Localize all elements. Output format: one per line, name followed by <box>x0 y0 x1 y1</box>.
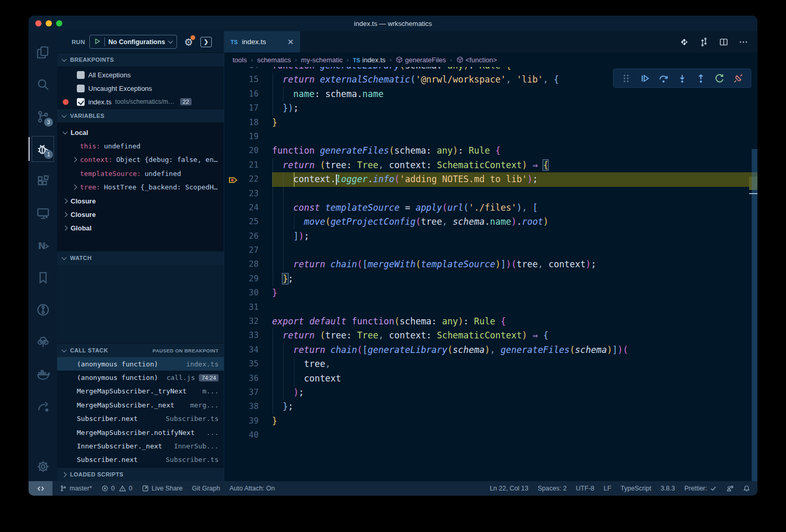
step-out-button[interactable] <box>693 71 709 86</box>
status-item-spaces-2[interactable]: Spaces: 2 <box>538 485 567 492</box>
code-line-20[interactable]: 20function generateFiles(schema: any): R… <box>224 144 757 158</box>
line-number[interactable]: 19 <box>224 130 272 144</box>
call-stack-header[interactable]: CALL STACK PAUSED ON BREAKPOINT <box>57 343 224 357</box>
variable-row[interactable]: this:undefined <box>57 139 224 153</box>
status-item-typescript[interactable]: TypeScript <box>620 485 651 492</box>
status-item-prettier[interactable]: Prettier: <box>684 485 717 492</box>
activity-item-testing[interactable] <box>29 326 57 358</box>
status-item-0[interactable]: 0 <box>101 485 115 492</box>
line-number[interactable]: 30 <box>224 286 272 300</box>
breadcrumb-item[interactable]: schematics <box>257 56 291 64</box>
code-line-36[interactable]: 36 context <box>224 372 757 386</box>
call-stack-frame[interactable]: MergeMapSubscriber._tryNextm... <box>57 385 224 398</box>
variables-header[interactable]: VARIABLES <box>57 108 224 122</box>
activity-item-run-debug[interactable]: 1 <box>29 133 57 165</box>
code-line-40[interactable]: 40 <box>224 428 757 442</box>
activity-item-bookmarks[interactable] <box>29 262 57 294</box>
call-stack-frame[interactable]: (anonymous function)index.ts <box>57 357 224 371</box>
variable-row[interactable]: templateSource:undefined <box>57 167 224 180</box>
line-number[interactable]: 39 <box>224 414 272 428</box>
code-line-37[interactable]: 37 ); <box>224 386 757 400</box>
scrollbar-thumb[interactable] <box>752 149 757 481</box>
call-stack-frame[interactable]: InnerSubscriber._nextInnerSub... <box>57 439 224 453</box>
compare-changes-icon[interactable] <box>699 37 709 47</box>
activity-item-live-share[interactable] <box>29 390 57 422</box>
line-number[interactable]: 25 <box>224 215 272 229</box>
status-item-ln-22-col-13[interactable]: Ln 22, Col 13 <box>490 485 528 492</box>
variable-row[interactable]: tree:HostTree {_backend: ScopedH… <box>57 181 224 194</box>
line-number[interactable]: 35 <box>224 357 272 371</box>
maximize-window-button[interactable] <box>56 20 62 26</box>
open-debug-console-icon[interactable]: ❯ <box>200 37 212 47</box>
close-window-button[interactable] <box>35 20 42 26</box>
code-line-25[interactable]: 25 move(getProjectConfig(tree, schema.na… <box>224 215 757 229</box>
activity-item-nx-console[interactable]: N <box>29 229 57 262</box>
line-number[interactable]: 16 <box>224 87 272 101</box>
code-line-24[interactable]: 24 const templateSource = apply(url('./f… <box>224 201 757 215</box>
step-over-button[interactable] <box>655 71 672 86</box>
status-item-git-graph[interactable]: Git Graph <box>192 485 220 492</box>
line-number[interactable]: 34 <box>224 343 272 357</box>
line-number[interactable]: 26 <box>224 229 272 243</box>
loaded-scripts-header[interactable]: LOADED SCRIPTS <box>57 467 224 481</box>
code-line-27[interactable]: 27 <box>224 243 757 257</box>
breakpoint-checkbox[interactable] <box>77 85 85 92</box>
close-tab-icon[interactable]: ✕ <box>287 37 294 47</box>
call-stack-frame[interactable]: MergeMapSubscriber._nextmerg... <box>57 398 224 412</box>
code-line-32[interactable]: 32export default function(schema: any): … <box>224 315 757 329</box>
line-number[interactable]: 38 <box>224 400 272 414</box>
line-number[interactable]: 15 <box>224 73 272 87</box>
line-number[interactable]: 22 <box>224 172 272 186</box>
breadcrumb-item[interactable]: my-schematic <box>301 56 343 64</box>
call-stack-frame[interactable]: Subscriber.nextSubscriber.ts <box>57 412 224 426</box>
code-line-19[interactable]: 19 <box>224 130 757 144</box>
line-number[interactable]: 23 <box>224 187 272 201</box>
code-line-33[interactable]: 33 return (tree: Tree, context: Schemati… <box>224 329 757 343</box>
breakpoint-row[interactable]: index.tstools/schematics/my-sch...22 <box>57 95 224 108</box>
variable-row[interactable]: context:Object {debug: false, en… <box>57 153 224 167</box>
activity-item-settings[interactable] <box>29 452 57 481</box>
line-number[interactable]: 29 <box>224 272 272 286</box>
call-stack-frame[interactable]: Subscriber.nextSubscriber.ts <box>57 453 224 467</box>
status-item-0[interactable]: 0 <box>119 485 132 492</box>
code-line-34[interactable]: 34 return chain([generateLibrary(schema)… <box>224 343 757 357</box>
activity-item-source-control[interactable]: 3 <box>29 101 57 133</box>
restart-button[interactable] <box>711 71 728 86</box>
breadcrumb-item[interactable]: <function> <box>456 56 497 64</box>
breakpoint-checkbox[interactable] <box>77 71 85 79</box>
code-line-39[interactable]: 39} <box>224 414 757 428</box>
line-number[interactable]: 31 <box>224 301 272 315</box>
more-actions-icon[interactable] <box>739 37 748 47</box>
call-stack-frame[interactable]: MergeMapSubscriber.notifyNext... <box>57 426 224 439</box>
status-item-3-8-3[interactable]: 3.8.3 <box>660 485 675 492</box>
variables-scope-row[interactable]: Global <box>57 222 224 235</box>
split-editor-icon[interactable] <box>719 37 728 47</box>
start-debug-icon[interactable] <box>94 38 101 46</box>
status-item-utf-8[interactable]: UTF-8 <box>576 485 594 492</box>
breadcrumb-item[interactable]: tools <box>233 56 247 64</box>
code-line-18[interactable]: 18} <box>224 116 757 130</box>
breakpoints-header[interactable]: BREAKPOINTS <box>57 52 224 66</box>
disconnect-button[interactable] <box>730 71 747 86</box>
tab-index-ts[interactable]: TS index.ts ✕ <box>224 31 300 52</box>
code-line-17[interactable]: 17 }); <box>224 101 757 115</box>
code-line-28[interactable]: 28 return chain([mergeWith(templateSourc… <box>224 257 757 271</box>
line-number[interactable]: 24 <box>224 201 272 215</box>
status-item-auto-attach-on[interactable]: Auto Attach: On <box>229 485 275 492</box>
launch-config-dropdown[interactable]: No Configurations <box>89 35 177 49</box>
activity-item-gitlens[interactable] <box>29 294 57 326</box>
line-number[interactable]: 17 <box>224 101 272 115</box>
status-item-feedback[interactable] <box>726 485 734 492</box>
line-number[interactable]: 32 <box>224 315 272 329</box>
gitlens-diamond-icon[interactable] <box>680 37 689 47</box>
code-line-22[interactable]: 22 context.logger.info('adding NOTES.md … <box>224 172 757 186</box>
code-line-21[interactable]: 21 return (tree: Tree, context: Schemati… <box>224 158 757 172</box>
activity-item-docker[interactable] <box>29 358 57 390</box>
watch-header[interactable]: WATCH <box>57 251 224 265</box>
line-number[interactable]: 27 <box>224 243 272 257</box>
remote-indicator[interactable] <box>29 481 52 496</box>
traffic-lights[interactable] <box>35 20 62 26</box>
config-selected-value[interactable]: No Configurations <box>109 38 165 46</box>
step-into-button[interactable] <box>674 71 690 86</box>
line-number[interactable]: 37 <box>224 386 272 400</box>
